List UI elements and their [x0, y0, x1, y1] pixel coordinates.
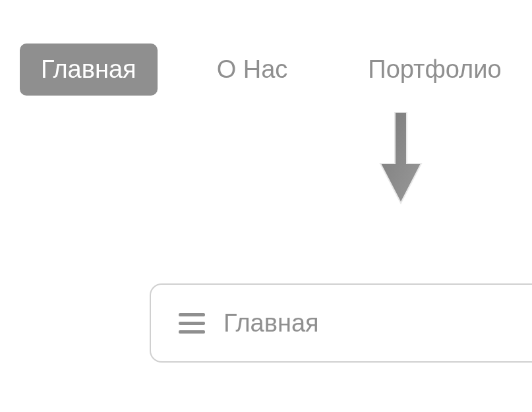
hamburger-line [179, 322, 205, 325]
mobile-nav-current-label: Главная [223, 309, 319, 338]
down-arrow-icon [378, 112, 424, 204]
hamburger-menu-icon[interactable] [179, 310, 205, 336]
nav-item-home[interactable]: Главная [20, 44, 158, 96]
hamburger-line [179, 313, 205, 316]
mobile-navigation-bar: Главная [150, 283, 532, 363]
nav-item-about[interactable]: О Нас [196, 44, 309, 96]
nav-item-portfolio[interactable]: Портфолио [347, 44, 522, 96]
hamburger-line [179, 330, 205, 334]
top-navigation: Главная О Нас Портфолио [20, 44, 523, 96]
